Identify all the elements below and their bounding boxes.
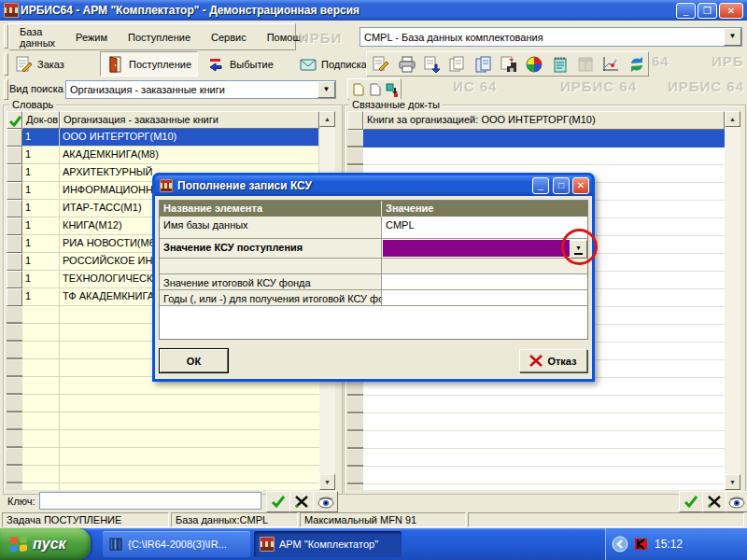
- tab-subscribe[interactable]: Подписка: [293, 52, 373, 76]
- notepad-icon[interactable]: [549, 53, 571, 75]
- menu-receipt[interactable]: Поступление: [118, 32, 201, 43]
- dialog-row-name: Значение итоговой КСУ фонда: [160, 274, 382, 290]
- eye-icon: [317, 496, 334, 509]
- apply-key-button[interactable]: [266, 491, 290, 512]
- key-input[interactable]: [39, 492, 261, 510]
- row-header[interactable]: [7, 271, 22, 288]
- export-record-icon[interactable]: [421, 53, 444, 75]
- scroll-down-icon[interactable]: ▼: [319, 474, 335, 490]
- menu-database[interactable]: База данных: [9, 26, 65, 49]
- row-header[interactable]: [7, 288, 22, 306]
- chevron-down-icon[interactable]: ▼: [317, 81, 335, 98]
- dictionary-cell-count[interactable]: 1: [22, 253, 60, 271]
- tab-retire-label: Выбытие: [230, 59, 274, 70]
- row-header[interactable]: [7, 217, 22, 235]
- import-record-icon[interactable]: [498, 53, 520, 75]
- row-header[interactable]: [7, 235, 22, 253]
- scroll-down-icon[interactable]: ▼: [725, 474, 740, 490]
- dictionary-cell-count[interactable]: 1: [22, 164, 60, 182]
- ksu-value-field[interactable]: [383, 240, 570, 257]
- dictionary-cell-count[interactable]: 1: [22, 288, 60, 306]
- linked-corner-cell: [347, 111, 363, 130]
- clear-key-button[interactable]: [289, 491, 314, 512]
- linked-docs-selected-row[interactable]: [363, 130, 725, 147]
- irbis-app-icon: [260, 537, 275, 552]
- minimize-button[interactable]: _: [676, 3, 696, 19]
- move-record-icon[interactable]: [385, 80, 401, 98]
- menu-service[interactable]: Сервис: [201, 32, 257, 43]
- clear-key-button[interactable]: [702, 491, 726, 512]
- dialog-row-value-active[interactable]: ▼: [382, 239, 587, 259]
- taskbar-task-komplektator[interactable]: АРМ "Комплектатор": [254, 531, 402, 557]
- taskbar-task-explorer[interactable]: {C:\IR64-2008(3)\IR...: [103, 531, 250, 557]
- x-icon: [707, 495, 722, 509]
- menu-bar: База данных Режим Поступление Сервис Пом…: [8, 23, 296, 50]
- row-header[interactable]: [7, 182, 22, 200]
- view-button[interactable]: [313, 491, 338, 512]
- package-icon[interactable]: [574, 53, 597, 75]
- row-header[interactable]: [7, 129, 22, 147]
- linked-docs-header[interactable]: Книги за организацией: ООО ИНТЕРТОРГ(М10…: [363, 111, 725, 130]
- tab-receipt[interactable]: Поступление: [100, 51, 198, 77]
- dictionary-cell-count[interactable]: 1: [22, 217, 60, 235]
- dialog-maximize-button[interactable]: □: [553, 177, 570, 194]
- database-combobox[interactable]: CMPL - База данных комплектования ▼: [359, 27, 742, 47]
- task-label: АРМ "Комплектатор": [279, 539, 378, 550]
- graph-icon[interactable]: [599, 53, 622, 75]
- dialog-close-button[interactable]: ✕: [572, 177, 589, 194]
- dictionary-cell-count[interactable]: 1: [22, 200, 60, 217]
- dictionary-col-docs[interactable]: Док-ов: [22, 111, 60, 129]
- scroll-up-icon[interactable]: ▲: [319, 111, 335, 127]
- start-button[interactable]: пуск: [0, 528, 91, 560]
- dialog-row-value[interactable]: [382, 259, 587, 274]
- print-icon[interactable]: [395, 53, 417, 75]
- dictionary-cell-count[interactable]: 1: [22, 129, 60, 147]
- dictionary-cell-count[interactable]: 1: [22, 147, 60, 164]
- antivirus-icon[interactable]: [634, 537, 649, 552]
- dictionary-check-header: [7, 111, 22, 129]
- restore-button[interactable]: ❐: [698, 3, 717, 19]
- menu-mode[interactable]: Режим: [65, 32, 118, 43]
- title-bar: ИРБИС64 - АРМ "Комплектатор" - Демонстра…: [0, 0, 747, 21]
- tab-retire[interactable]: Выбытие: [202, 52, 279, 76]
- row-header[interactable]: [7, 164, 22, 182]
- dialog-row-value[interactable]: [382, 290, 587, 306]
- statistics-icon[interactable]: [523, 53, 545, 75]
- blank-record-icon[interactable]: [367, 80, 383, 98]
- close-button[interactable]: ✕: [719, 3, 743, 19]
- cancel-button[interactable]: Отказ: [519, 349, 587, 372]
- search-kind-combobox[interactable]: Организация - заказанные книги ▼: [65, 80, 336, 99]
- dialog-minimize-button[interactable]: _: [532, 177, 549, 194]
- status-task: Задача ПОСТУПЛЕНИЕ: [2, 512, 169, 527]
- dictionary-row-selected[interactable]: ООО ИНТЕРТОРГ(М10): [60, 129, 319, 147]
- dictionary-group-label: Словарь: [9, 99, 56, 110]
- edit-record-icon[interactable]: [370, 53, 392, 75]
- watermark-irb: ИРБ: [712, 53, 744, 69]
- copy-record-icon[interactable]: [446, 53, 469, 75]
- chevron-left-icon[interactable]: [612, 536, 628, 553]
- tab-subscribe-label: Подписка: [321, 59, 367, 70]
- linked-scrollbar[interactable]: [725, 127, 740, 474]
- scroll-up-icon[interactable]: ▲: [725, 111, 740, 127]
- dialog-row-value[interactable]: CMPL: [382, 217, 587, 239]
- ok-button[interactable]: ОК: [160, 349, 228, 372]
- dictionary-cell-count[interactable]: 1: [22, 182, 60, 200]
- apply-key-button[interactable]: [679, 491, 703, 512]
- refresh-icon[interactable]: [626, 53, 648, 75]
- chevron-down-icon[interactable]: ▼: [724, 28, 741, 46]
- dialog-row-value[interactable]: [382, 274, 587, 290]
- folder-app-icon: [108, 537, 123, 552]
- row-header[interactable]: [7, 147, 22, 164]
- dictionary-cell-count[interactable]: 1: [22, 271, 60, 288]
- dictionary-row[interactable]: АКАДЕМКНИГА(М8): [60, 147, 319, 164]
- search-kind-label: Вид поиска: [9, 83, 63, 94]
- row-header[interactable]: [7, 200, 22, 217]
- dictionary-cell-count[interactable]: 1: [22, 235, 60, 253]
- tab-order[interactable]: Заказ: [9, 52, 70, 76]
- dictionary-col-term[interactable]: Организация - заказанные книги: [60, 111, 319, 129]
- copy-icon[interactable]: [472, 53, 494, 75]
- taskbar-clock: 15:12: [655, 538, 683, 551]
- view-button[interactable]: [726, 491, 747, 512]
- row-header[interactable]: [7, 253, 22, 271]
- new-record-icon[interactable]: [350, 80, 366, 98]
